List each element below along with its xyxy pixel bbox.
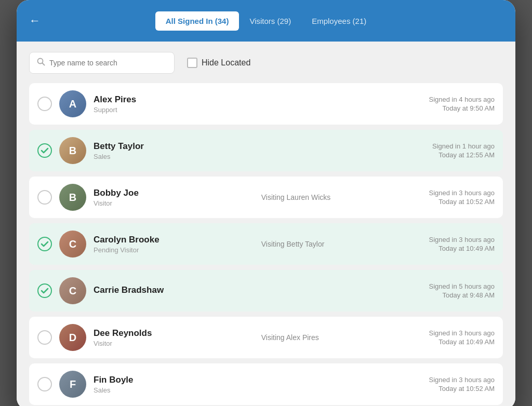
avatar-betty-taylor: B <box>59 137 86 164</box>
radio-button[interactable] <box>37 330 52 345</box>
person-info: Dee Reynolds Visitor <box>94 328 254 347</box>
person-role: Sales <box>94 386 254 394</box>
person-time: Signed in 1 hour ago Today at 12:55 AM <box>432 142 495 159</box>
radio-button[interactable] <box>37 190 52 205</box>
person-role: Sales <box>94 153 256 160</box>
svg-point-3 <box>38 237 51 251</box>
person-row-dee-reynolds[interactable]: D Dee Reynolds Visitor Visiting Alex Pir… <box>29 317 503 358</box>
tab-all[interactable]: All Signed In (34) <box>155 11 240 31</box>
person-row-carolyn-brooke[interactable]: C Carolyn Brooke Pending Visitor Visitin… <box>29 223 503 265</box>
person-time: Signed in 5 hours ago Today at 9:48 AM <box>429 282 495 299</box>
signed-in-relative: Signed in 4 hours ago <box>429 96 495 103</box>
person-name: Alex Pires <box>94 94 254 105</box>
visiting-label: Visiting Lauren Wicks <box>261 193 422 201</box>
person-name: Betty Taylor <box>94 141 256 152</box>
signed-in-relative: Signed in 3 hours ago <box>429 376 495 384</box>
person-name: Fin Boyle <box>94 375 254 385</box>
person-info: Carrie Bradshaw <box>94 285 254 296</box>
hide-located-checkbox[interactable] <box>187 58 197 68</box>
person-time: Signed in 4 hours ago Today at 9:50 AM <box>429 96 495 112</box>
person-info: Carolyn Brooke Pending Visitor <box>94 235 254 254</box>
person-info: Betty Taylor Sales <box>94 141 256 160</box>
back-arrow-icon: ← <box>29 14 41 28</box>
svg-point-4 <box>38 284 51 297</box>
person-role: Pending Visitor <box>94 246 254 254</box>
person-info: Fin Boyle Sales <box>94 375 254 394</box>
avatar-bobby-joe: B <box>59 184 86 211</box>
signed-in-time: Today at 10:52 AM <box>429 198 495 206</box>
avatar-carrie-bradshaw: C <box>59 277 86 304</box>
svg-point-2 <box>38 144 51 157</box>
content-area: Hide Located A Alex Pires Support Signed… <box>17 42 515 406</box>
signed-in-time: Today at 10:49 AM <box>429 245 495 252</box>
person-name: Carrie Bradshaw <box>94 285 254 295</box>
search-box <box>29 52 175 74</box>
search-bar-row: Hide Located <box>29 52 503 74</box>
svg-line-1 <box>43 63 45 65</box>
person-row-bobby-joe[interactable]: B Bobby Joe Visitor Visiting Lauren Wick… <box>29 177 503 218</box>
signed-in-time: Today at 12:55 AM <box>432 151 495 159</box>
header: ← All Signed In (34)Visitors (29)Employe… <box>17 0 515 42</box>
tab-visitors[interactable]: Visitors (29) <box>239 11 301 31</box>
back-button[interactable]: ← <box>29 14 41 28</box>
tab-employees[interactable]: Employees (21) <box>301 11 377 31</box>
person-time: Signed in 3 hours ago Today at 10:49 AM <box>429 329 495 346</box>
avatar-dee-reynolds: D <box>59 324 86 351</box>
avatar-alex-pires: A <box>59 90 86 117</box>
person-role: Support <box>94 106 254 114</box>
check-icon <box>37 283 52 298</box>
person-info: Alex Pires Support <box>94 94 254 114</box>
person-time: Signed in 3 hours ago Today at 10:52 AM <box>429 376 495 393</box>
signed-in-time: Today at 9:48 AM <box>429 291 495 299</box>
check-icon <box>37 143 52 158</box>
person-row-carrie-bradshaw[interactable]: C Carrie Bradshaw Signed in 5 hours ago … <box>29 270 503 312</box>
signed-in-time: Today at 10:52 AM <box>429 385 495 393</box>
avatar-carolyn-brooke: C <box>59 231 86 258</box>
signed-in-relative: Signed in 3 hours ago <box>429 329 495 337</box>
person-row-fin-boyle[interactable]: F Fin Boyle Sales Signed in 3 hours ago … <box>29 363 503 405</box>
tab-group: All Signed In (34)Visitors (29)Employees… <box>155 11 377 31</box>
visiting-label: Visiting Betty Taylor <box>261 240 422 248</box>
person-name: Carolyn Brooke <box>94 235 254 245</box>
visiting-label: Visiting Alex Pires <box>261 333 422 342</box>
radio-button[interactable] <box>37 97 52 111</box>
person-row-alex-pires[interactable]: A Alex Pires Support Signed in 4 hours a… <box>29 83 503 125</box>
person-info: Bobby Joe Visitor <box>94 188 254 207</box>
device-frame: ← All Signed In (34)Visitors (29)Employe… <box>17 0 515 406</box>
signed-in-relative: Signed in 3 hours ago <box>429 189 495 197</box>
person-role: Visitor <box>94 340 254 347</box>
person-name: Dee Reynolds <box>94 328 254 339</box>
radio-button[interactable] <box>37 377 52 391</box>
person-time: Signed in 3 hours ago Today at 10:52 AM <box>429 189 495 206</box>
avatar-fin-boyle: F <box>59 371 86 398</box>
person-name: Bobby Joe <box>94 188 254 198</box>
person-list: A Alex Pires Support Signed in 4 hours a… <box>29 83 503 406</box>
person-row-betty-taylor[interactable]: B Betty Taylor Sales Signed in 1 hour ag… <box>29 130 503 171</box>
hide-located-wrap: Hide Located <box>187 58 250 68</box>
signed-in-time: Today at 9:50 AM <box>429 104 495 112</box>
search-input[interactable] <box>49 59 167 67</box>
person-time: Signed in 3 hours ago Today at 10:49 AM <box>429 236 495 252</box>
signed-in-relative: Signed in 1 hour ago <box>432 142 495 150</box>
signed-in-relative: Signed in 5 hours ago <box>429 282 495 290</box>
signed-in-time: Today at 10:49 AM <box>429 338 495 346</box>
signed-in-relative: Signed in 3 hours ago <box>429 236 495 243</box>
search-icon <box>37 58 45 68</box>
hide-located-label: Hide Located <box>202 58 250 67</box>
check-icon <box>37 237 52 251</box>
person-role: Visitor <box>94 199 254 207</box>
